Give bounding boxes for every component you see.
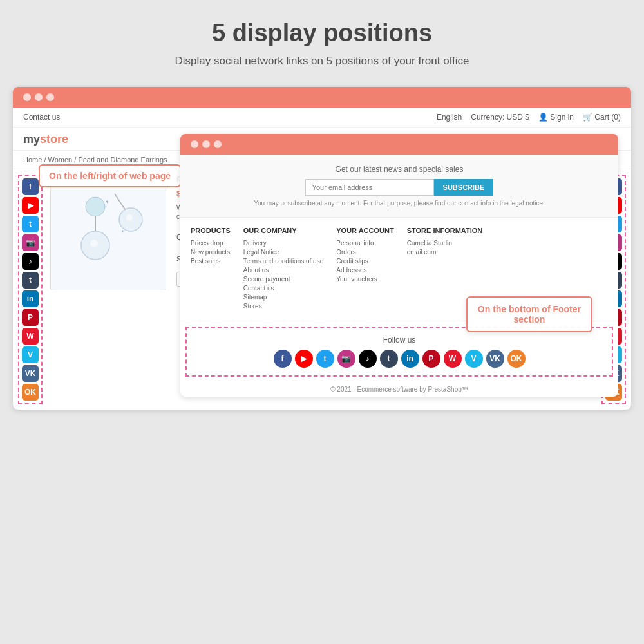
footer-link[interactable]: Stores: [243, 303, 324, 310]
browser-dot-4: [191, 140, 198, 148]
footer-link[interactable]: Your vouchers: [336, 276, 393, 283]
social-icon-vk[interactable]: VK: [22, 365, 39, 382]
newsletter-note: You may unsubscribe at any moment. For t…: [191, 200, 608, 207]
footer-link[interactable]: Camellia Studio: [407, 240, 483, 247]
footer-social-icon-youtube[interactable]: ▶: [295, 350, 313, 368]
footer-social-icon-weibo[interactable]: W: [444, 350, 462, 368]
svg-text:✦: ✦: [105, 199, 109, 205]
footer-link[interactable]: Contact us: [243, 285, 324, 292]
svg-point-3: [90, 240, 98, 247]
social-icon-tumblr[interactable]: t: [22, 272, 39, 289]
browser-dot-6: [214, 140, 222, 148]
footer-link[interactable]: Legal Notice: [243, 249, 324, 256]
footer-social-icon-vimeo[interactable]: V: [465, 350, 483, 368]
social-icon-facebook[interactable]: f: [22, 178, 39, 195]
footer-social-icon-pinterest[interactable]: P: [422, 350, 440, 368]
browser-dot-1: [23, 93, 31, 101]
footer-social-icon-instagram[interactable]: 📷: [337, 350, 355, 368]
footer-col-title: PRODUCTS: [191, 227, 231, 234]
browser-bar-2: [180, 134, 618, 155]
footer-link[interactable]: Addresses: [336, 267, 393, 274]
footer-link[interactable]: email.com: [407, 249, 483, 256]
footer-social-icon-tiktok[interactable]: ♪: [359, 350, 377, 368]
footer-social-icon-tumblr[interactable]: t: [380, 350, 398, 368]
social-icon-youtube[interactable]: ▶: [22, 197, 39, 214]
footer-link[interactable]: Sitemap: [243, 294, 324, 301]
social-icon-weibo[interactable]: W: [22, 328, 39, 345]
browser-dot-5: [202, 140, 210, 148]
social-icon-tiktok[interactable]: ♪: [22, 253, 39, 270]
language-selector[interactable]: English: [437, 113, 462, 122]
page-subtitle: Display social network links on 5 positi…: [13, 55, 631, 68]
footer-link[interactable]: Terms and conditions of use: [243, 258, 324, 265]
currency-selector[interactable]: Currency: USD $: [471, 113, 529, 122]
social-icon-odnoklassniki[interactable]: OK: [22, 384, 39, 401]
annotation-footer: On the bottom of Footersection: [466, 296, 592, 332]
signin-link[interactable]: 👤 Sign in: [538, 113, 574, 122]
browser-dot-3: [46, 93, 54, 101]
newsletter-email-input[interactable]: [305, 179, 434, 196]
footer-link[interactable]: Secure payment: [243, 276, 324, 283]
footer-col-title: YOUR ACCOUNT: [336, 227, 393, 234]
footer-link[interactable]: Orders: [336, 249, 393, 256]
footer-col-your-account: YOUR ACCOUNTPersonal infoOrdersCredit sl…: [336, 227, 393, 312]
contact-link[interactable]: Contact us: [23, 113, 60, 122]
footer-link[interactable]: Prices drop: [191, 240, 231, 247]
footer-link[interactable]: Personal info: [336, 240, 393, 247]
footer-col-products: PRODUCTSPrices dropNew productsBest sale…: [191, 227, 231, 312]
footer-social-icon-vk[interactable]: VK: [486, 350, 504, 368]
footer-link[interactable]: About us: [243, 267, 324, 274]
footer-social-icon-twitter[interactable]: t: [316, 350, 334, 368]
footer-copyright: © 2021 - Ecommerce software by PrestaSho…: [180, 382, 618, 397]
footer-link[interactable]: Delivery: [243, 240, 324, 247]
footer-link[interactable]: Credit slips: [336, 258, 393, 265]
follow-us-title: Follow us: [197, 336, 601, 345]
newsletter-text: Get our latest news and special sales: [191, 165, 608, 174]
svg-text:✦: ✦: [121, 229, 124, 233]
footer-social-icon-linkedin[interactable]: in: [401, 350, 419, 368]
social-icon-linkedin[interactable]: in: [22, 290, 39, 307]
footer-social-icon-odnoklassniki[interactable]: OK: [507, 350, 526, 368]
browser-dot-2: [35, 93, 43, 101]
footer-newsletter: Get our latest news and special sales SU…: [180, 155, 618, 218]
product-image: ✦ ✦: [50, 175, 166, 290]
footer-col-title: OUR COMPANY: [243, 227, 324, 234]
footer-social-section: Follow us f▶t📷♪tinPWVVKOK: [185, 327, 613, 377]
footer-link[interactable]: Best sales: [191, 258, 231, 265]
social-icon-instagram[interactable]: 📷: [22, 234, 39, 251]
svg-point-0: [86, 197, 105, 216]
svg-point-6: [126, 214, 133, 221]
social-icon-vimeo[interactable]: V: [22, 346, 39, 363]
cart-link[interactable]: 🛒 Cart (0): [583, 113, 621, 122]
browser-mockup-2: Get our latest news and special sales SU…: [180, 134, 618, 397]
page-title: 5 display positions: [13, 19, 631, 47]
footer-col-our-company: OUR COMPANYDeliveryLegal NoticeTerms and…: [243, 227, 324, 312]
subscribe-button[interactable]: SUBSCRIBE: [434, 179, 494, 196]
store-top-nav: Contact us English Currency: USD $ 👤 Sig…: [13, 108, 631, 128]
footer-social-icon-facebook[interactable]: f: [274, 350, 292, 368]
newsletter-form: SUBSCRIBE: [191, 179, 608, 196]
footer-link[interactable]: New products: [191, 249, 231, 256]
social-icon-twitter[interactable]: t: [22, 216, 39, 232]
nav-right: English Currency: USD $ 👤 Sign in 🛒 Cart…: [437, 113, 621, 122]
social-sidebar-left: f▶t📷♪tinPWVVKOK: [18, 175, 43, 404]
browser-bar-1: [13, 87, 631, 108]
footer-social-icons: f▶t📷♪tinPWVVKOK: [197, 350, 601, 368]
annotation-left-right: On the left/right of web page: [39, 164, 181, 187]
social-icon-pinterest[interactable]: P: [22, 309, 39, 326]
footer-col-title: STORE INFORMATION: [407, 227, 483, 234]
